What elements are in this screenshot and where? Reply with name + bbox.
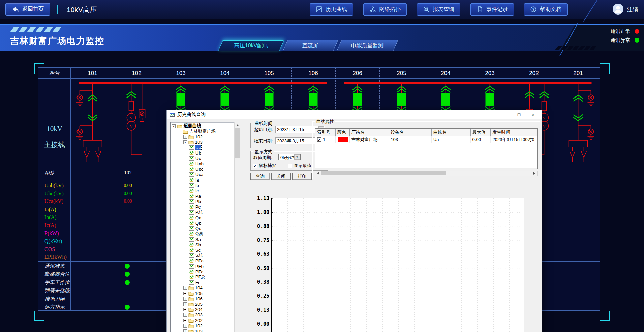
- expand-icon[interactable]: +: [183, 297, 187, 301]
- tree-node-吉林财富广场[interactable]: -吉林财富广场: [171, 129, 235, 134]
- tree-node-203[interactable]: +203: [171, 312, 235, 317]
- tree-node-Ua[interactable]: Ua: [171, 145, 235, 150]
- period-combo[interactable]: 05分钟 ▼: [278, 154, 301, 160]
- column-header-4[interactable]: 设备名: [389, 129, 432, 136]
- tree-node-Pb[interactable]: Pb: [171, 199, 235, 204]
- tab-2[interactable]: 直流屏: [282, 40, 338, 51]
- dropdown-arrow-icon[interactable]: ▼: [294, 154, 300, 160]
- tree-node-105[interactable]: +105: [171, 290, 235, 296]
- expand-icon[interactable]: +: [183, 319, 187, 322]
- tree-node-Qc[interactable]: Qc: [171, 226, 235, 231]
- scrollbar-thumb[interactable]: [321, 171, 446, 175]
- tree-node-Ic[interactable]: Ic: [171, 188, 235, 193]
- tree-node-202[interactable]: +202: [171, 317, 235, 323]
- column-header-3[interactable]: 厂站名: [350, 129, 389, 136]
- props-empty-row: [315, 162, 537, 169]
- tree-node-Sc[interactable]: Sc: [171, 247, 235, 253]
- props-row[interactable]: ✓1吉林财富广场103Ua0.002023年3月15日00时0: [315, 136, 537, 143]
- tree-node-Ib[interactable]: Ib: [171, 183, 235, 188]
- tree-node-Pa[interactable]: Pa: [171, 193, 235, 199]
- mouse-capture-checkbox[interactable]: ✓ 鼠标捕捉: [253, 163, 276, 169]
- tab-1[interactable]: 高压10kV配电: [218, 40, 284, 51]
- collapse-icon[interactable]: -: [183, 140, 187, 144]
- nav-event-log[interactable]: 事件记录: [470, 3, 514, 16]
- close-icon[interactable]: ×: [526, 110, 540, 119]
- tree-node-PF总[interactable]: PF总: [171, 274, 235, 280]
- tree-node-PFb[interactable]: PFb: [171, 264, 235, 269]
- tree-node-102[interactable]: +102: [171, 323, 235, 328]
- nav-help-doc[interactable]: ?帮助文档: [524, 3, 568, 16]
- tree-node-PFa[interactable]: PFa: [171, 258, 235, 264]
- collapse-icon[interactable]: -: [172, 124, 176, 128]
- expand-icon[interactable]: +: [183, 286, 187, 290]
- query-button[interactable]: 查询: [250, 173, 270, 180]
- tree-node-103[interactable]: +103: [171, 328, 235, 332]
- tree-node-204[interactable]: +204: [171, 307, 235, 312]
- tree-node-Fr[interactable]: Fr: [171, 280, 235, 285]
- tree-node-Sa[interactable]: Sa: [171, 237, 235, 242]
- tree-node-S总[interactable]: S总: [171, 253, 235, 258]
- expand-icon[interactable]: +: [183, 313, 187, 317]
- props-hscrollbar[interactable]: [315, 171, 538, 176]
- props-empty-row: [315, 143, 537, 149]
- column-header-5[interactable]: 曲线名: [432, 129, 471, 136]
- show-extrema-checkbox[interactable]: 显示最值: [288, 163, 311, 169]
- checkbox-icon[interactable]: ✓: [253, 164, 257, 168]
- tree-node-Uc[interactable]: Uc: [171, 156, 235, 161]
- tree-node-Uca[interactable]: Uca: [171, 172, 235, 177]
- status-dot: [125, 264, 130, 269]
- tree-node-Ia[interactable]: Ia: [171, 177, 235, 183]
- expand-icon[interactable]: +: [183, 302, 187, 306]
- tree-node-PFc[interactable]: PFc: [171, 269, 235, 274]
- back-button[interactable]: 返回首页: [5, 3, 50, 16]
- minimize-icon[interactable]: –: [498, 110, 512, 119]
- curve-icon: [189, 248, 194, 252]
- tree-node-102[interactable]: +102: [171, 134, 235, 139]
- expand-icon[interactable]: +: [183, 308, 187, 311]
- tree-node-205[interactable]: +205: [171, 301, 235, 307]
- tree-node-106[interactable]: +106: [171, 296, 235, 301]
- expand-icon[interactable]: +: [183, 292, 187, 295]
- column-header-1[interactable]: 索引号: [315, 129, 336, 136]
- close-button[interactable]: 关闭: [271, 173, 291, 180]
- dialog-titlebar[interactable]: 历史曲线查询 – □ ×: [167, 110, 542, 119]
- nav-network-topology[interactable]: 网络拓扑: [363, 3, 407, 16]
- tree-node-Pc[interactable]: Pc: [171, 204, 235, 210]
- expand-icon[interactable]: +: [183, 324, 187, 328]
- scroll-up-icon[interactable]: [235, 122, 240, 128]
- tree-node-Ub[interactable]: Ub: [171, 150, 235, 156]
- tree-node-Sb[interactable]: Sb: [171, 242, 235, 247]
- tree-node-遥测曲线[interactable]: -遥测曲线: [171, 123, 235, 129]
- maximize-icon[interactable]: □: [512, 110, 526, 119]
- corner-bracket: [600, 63, 610, 74]
- curve-icon: [189, 264, 194, 269]
- row-checkbox[interactable]: ✓: [317, 137, 321, 142]
- nav-history-curve[interactable]: 历史曲线: [310, 3, 353, 16]
- tree-node-Ubc[interactable]: Ubc: [171, 166, 235, 172]
- column-header-2[interactable]: 颜色: [336, 129, 350, 136]
- tab-3[interactable]: 电能质量监测: [336, 40, 398, 51]
- column-header-6[interactable]: 最大值: [471, 129, 491, 136]
- tree-node-Qa[interactable]: Qa: [171, 215, 235, 220]
- tree-node-Q总[interactable]: Q总: [171, 231, 235, 237]
- checkbox-icon[interactable]: [288, 164, 292, 168]
- print-button[interactable]: 打印: [292, 173, 312, 180]
- collapse-icon[interactable]: -: [178, 130, 181, 133]
- tree-node-label: 106: [195, 296, 203, 301]
- legend-item: 通讯正常: [579, 27, 639, 36]
- props-empty-row: [315, 156, 537, 162]
- expand-icon[interactable]: +: [183, 135, 187, 139]
- tree-node-103[interactable]: -103: [171, 139, 235, 145]
- tree-node-104[interactable]: +104: [171, 285, 235, 290]
- tree-node-P总[interactable]: P总: [171, 210, 235, 215]
- tree-node-Qb[interactable]: Qb: [171, 220, 235, 226]
- scroll-left-icon[interactable]: [315, 171, 321, 176]
- scroll-right-icon[interactable]: [532, 171, 537, 176]
- tree-scrollbar[interactable]: [234, 122, 240, 332]
- column-header-7[interactable]: 发生时间: [491, 129, 537, 136]
- tree-node-Uab[interactable]: Uab: [171, 161, 235, 166]
- nav-report-query[interactable]: 报表查询: [417, 3, 460, 16]
- logout-button[interactable]: 注销: [627, 6, 638, 13]
- expand-icon[interactable]: +: [183, 329, 187, 332]
- scrollbar-thumb[interactable]: [235, 128, 240, 158]
